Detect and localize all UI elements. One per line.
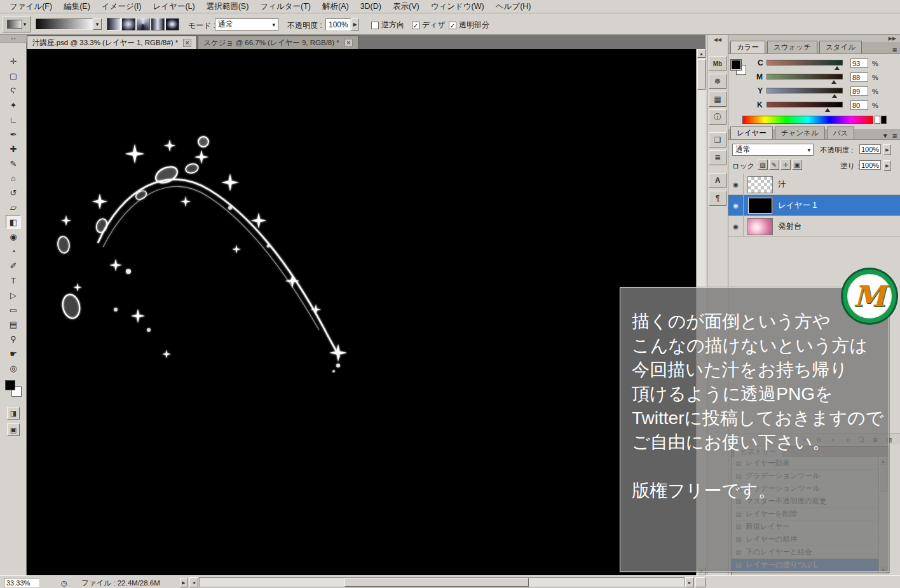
menu-file[interactable]: ファイル(F) [4, 0, 58, 13]
horizontal-scroll-thumb[interactable] [344, 578, 529, 587]
canvas-horizontal-scrollbar[interactable] [199, 577, 685, 587]
note-tool[interactable]: ▤ [6, 317, 21, 331]
document-tab-inactive[interactable]: スケジョ @ 66.7% (レイヤー 9, RGB/8) * × [198, 36, 358, 49]
transparency-checkbox[interactable]: ✓ [449, 22, 456, 29]
color-spectrum-bar[interactable] [742, 116, 873, 124]
color-panel-fg-swatch[interactable] [731, 60, 741, 70]
spectrum-white-swatch[interactable] [875, 116, 880, 124]
opacity-value-field[interactable]: 100% [325, 18, 351, 31]
zoom-level-field[interactable]: 33.33% [4, 578, 39, 587]
visibility-toggle[interactable]: ◉ [728, 216, 744, 237]
menu-view[interactable]: 表示(V) [387, 0, 425, 13]
menu-select[interactable]: 選択範囲(S) [201, 0, 255, 13]
quick-mask-button[interactable]: ◨ [7, 407, 20, 420]
menu-3d[interactable]: 3D(D) [355, 1, 387, 12]
status-menu-arrow[interactable]: ▶ [180, 578, 188, 587]
blur-tool[interactable]: ◉ [6, 229, 21, 243]
layer-comps-button[interactable]: ≣ [709, 150, 726, 165]
black-slider-track[interactable] [767, 102, 843, 107]
cyan-slider-track[interactable] [767, 60, 843, 65]
opacity-spinner[interactable]: ▶ [351, 18, 359, 31]
gradient-linear-button[interactable] [107, 18, 121, 31]
black-slider-handle[interactable] [825, 108, 830, 112]
close-icon[interactable]: × [183, 39, 191, 47]
panel-menu-icon[interactable]: ≣ [892, 46, 897, 53]
navigator-button[interactable]: ☸ [709, 74, 726, 89]
fill-value-field[interactable]: 100% [859, 160, 881, 170]
histogram-button[interactable]: ▦ [709, 92, 726, 107]
layers-opacity-field[interactable]: 100% [859, 144, 881, 154]
gradient-preview[interactable] [36, 18, 93, 30]
vertical-scroll-thumb[interactable] [697, 59, 706, 90]
magenta-slider-handle[interactable] [831, 80, 836, 84]
spectrum-black-swatch[interactable] [881, 116, 887, 124]
menu-layer[interactable]: レイヤー(L) [147, 0, 201, 13]
gradient-diamond-button[interactable] [165, 18, 179, 31]
tab-layers[interactable]: レイヤー [730, 126, 773, 139]
eraser-tool[interactable]: ▱ [6, 200, 21, 214]
menu-help[interactable]: ヘルプ(H) [490, 0, 537, 13]
tab-paths[interactable]: パス [827, 126, 855, 139]
layers-opacity-spinner[interactable]: ▶ [883, 144, 891, 155]
gradient-angle-button[interactable] [136, 18, 150, 31]
yellow-value-field[interactable]: 89 [850, 86, 868, 96]
layer-row-layer1[interactable]: ◉ レイヤー 1 [728, 195, 900, 216]
reverse-checkbox[interactable] [371, 22, 379, 29]
gradient-tool[interactable]: ◧ [6, 215, 21, 229]
gradient-picker-arrow[interactable]: ▾ [93, 18, 102, 30]
clone-stamp-tool[interactable]: ⌂ [6, 171, 21, 185]
type-tool[interactable]: T [6, 273, 21, 287]
reverse-checkbox-row[interactable]: 逆方向 [371, 20, 404, 31]
magenta-value-field[interactable]: 88 [850, 72, 868, 82]
layer-thumbnail[interactable] [747, 218, 773, 235]
menu-analysis[interactable]: 解析(A) [317, 0, 355, 13]
visibility-toggle[interactable]: ◉ [728, 195, 744, 216]
layer-row-hasshadai[interactable]: ◉ 発射台 [728, 216, 900, 237]
quick-selection-tool[interactable]: ✦ [6, 98, 21, 112]
character-panel-button[interactable]: A [709, 173, 726, 188]
zoom-tool[interactable]: ⚲ [6, 332, 21, 346]
layer-thumbnail[interactable] [747, 176, 773, 193]
mini-bridge-button[interactable]: Mb [709, 56, 726, 71]
magenta-slider-track[interactable] [767, 74, 843, 79]
lasso-tool[interactable]: Ϛ [6, 83, 21, 97]
cyan-value-field[interactable]: 93 [850, 58, 868, 68]
layer-row-shiru[interactable]: ◉ 汁 [728, 174, 900, 195]
lock-position-button[interactable]: ✛ [781, 160, 791, 170]
paragraph-panel-button[interactable]: ¶ [709, 191, 726, 206]
dodge-tool[interactable]: ◔ [6, 244, 21, 258]
lock-all-button[interactable]: ▣ [792, 160, 802, 170]
yellow-slider-track[interactable] [767, 88, 843, 93]
close-icon[interactable]: × [344, 39, 353, 47]
rotate-view-tool[interactable]: ◎ [6, 361, 21, 375]
document-canvas[interactable] [27, 49, 696, 575]
dither-checkbox-row[interactable]: ✓ ディザ [412, 20, 446, 31]
tool-presets-button[interactable]: ❏ [709, 132, 726, 147]
scroll-right-button[interactable]: ► [685, 577, 694, 587]
crop-tool[interactable]: ∟ [6, 113, 21, 126]
collapse-dock-button[interactable]: ▶▶ [889, 36, 896, 41]
panel-minimize-icon[interactable]: ▼ [882, 132, 889, 139]
lock-pixels-button[interactable]: ✎ [769, 160, 779, 170]
toolbar-grip[interactable]: ▪ ▪ [0, 35, 27, 43]
menu-edit[interactable]: 編集(E) [58, 0, 96, 13]
scroll-up-button[interactable]: ▲ [697, 49, 706, 58]
document-tab-active[interactable]: 汁講座.psd @ 33.3% (レイヤー 1, RGB/8#) * × [27, 36, 197, 49]
marquee-tool[interactable]: ▢ [6, 69, 21, 83]
menu-image[interactable]: イメージ(I) [96, 0, 147, 13]
mode-select[interactable]: 通常 ▾ [215, 18, 278, 31]
scroll-left-button[interactable]: ◄ [189, 577, 198, 587]
screen-mode-button[interactable]: ▣ [7, 423, 20, 436]
tab-styles[interactable]: スタイル [819, 41, 862, 53]
expand-dock-button[interactable]: ◀◀ [708, 37, 727, 44]
eyedropper-tool[interactable]: ✒ [6, 127, 21, 141]
path-selection-tool[interactable]: ▷ [6, 288, 21, 302]
dither-checkbox[interactable]: ✓ [412, 22, 419, 29]
healing-brush-tool[interactable]: ✚ [6, 142, 21, 156]
blend-mode-select[interactable]: 通常 ▾ [732, 144, 814, 156]
move-tool[interactable]: ✛ [6, 54, 21, 68]
tab-channels[interactable]: チャンネル [775, 126, 825, 139]
hand-tool[interactable]: ☛ [6, 346, 21, 360]
brush-tool[interactable]: ✎ [6, 156, 21, 170]
history-brush-tool[interactable]: ↺ [6, 186, 21, 200]
